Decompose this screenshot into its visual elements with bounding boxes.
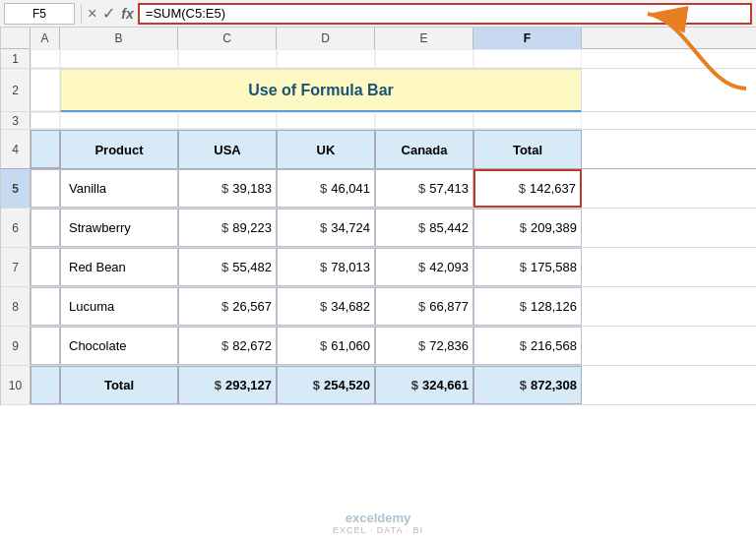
cell-a6[interactable] (31, 209, 60, 247)
cell-ref-label: F5 (32, 7, 46, 21)
cell-usa-8[interactable]: $26,567 (178, 287, 277, 326)
cell-a4[interactable] (31, 130, 60, 168)
col-header-b[interactable]: B (60, 28, 178, 49)
dollar-sign: $ (418, 181, 425, 196)
header-canada[interactable]: Canada (375, 130, 473, 169)
cell-e3[interactable] (375, 112, 473, 129)
cell-total-5[interactable]: $142,637 (473, 169, 582, 208)
cell-d1[interactable] (277, 49, 375, 68)
cell-total-usa[interactable]: $ 293,127 (178, 366, 277, 404)
cell-a9[interactable] (31, 327, 60, 365)
cell-canada-7[interactable]: $42,093 (375, 248, 473, 286)
cell-a7[interactable] (31, 248, 60, 286)
cell-usa-9[interactable]: $82,672 (178, 327, 277, 365)
col-header-d[interactable]: D (277, 28, 375, 49)
row-3: 3 (1, 112, 756, 130)
cell-product-7[interactable]: Red Bean (60, 248, 178, 286)
row-num-9: 9 (1, 327, 31, 365)
cell-total-7[interactable]: $175,588 (473, 248, 582, 286)
dollar-sign: $ (320, 220, 327, 235)
cell-uk-5[interactable]: $46,041 (277, 169, 375, 208)
cell-e1[interactable] (375, 49, 473, 68)
row-6: 6Strawberry$89,223$34,724$85,442$209,389 (1, 209, 756, 248)
col-header-a[interactable]: A (31, 28, 60, 49)
cell-total-9[interactable]: $216,568 (473, 327, 582, 365)
spreadsheet: A B C D E F 1 2 Use of Formula Bar (0, 28, 756, 405)
dollar-sign: $ (520, 220, 527, 235)
cell-a10[interactable] (31, 366, 60, 404)
cell-a3[interactable] (31, 112, 60, 129)
dollar-sign: $ (313, 378, 320, 392)
cell-total-6[interactable]: $209,389 (473, 209, 582, 247)
formula-input[interactable]: =SUM(C5:E5) (138, 3, 752, 25)
cell-canada-9[interactable]: $72,836 (375, 327, 473, 365)
header-usa[interactable]: USA (178, 130, 277, 169)
function-icon[interactable]: fx (121, 6, 133, 22)
cell-b3[interactable] (60, 112, 178, 129)
row-9: 9Chocolate$82,672$61,060$72,836$216,568 (1, 327, 756, 366)
cell-a5[interactable] (31, 169, 60, 208)
dollar-sign: $ (221, 299, 228, 314)
cell-a1[interactable] (31, 49, 60, 68)
cell-uk-9[interactable]: $61,060 (277, 327, 375, 365)
dollar-sign: $ (520, 299, 527, 314)
row-num-7: 7 (1, 248, 31, 286)
row-1: 1 (1, 49, 756, 69)
cell-a2[interactable] (31, 69, 60, 111)
cell-a8[interactable] (31, 287, 60, 326)
cell-f1[interactable] (473, 49, 582, 68)
row-num-3: 3 (1, 112, 31, 129)
row-num-2: 2 (1, 69, 31, 111)
cell-c3[interactable] (178, 112, 277, 129)
row-num-10: 10 (1, 366, 31, 404)
cell-total-uk[interactable]: $ 254,520 (277, 366, 375, 404)
cell-canada-6[interactable]: $85,442 (375, 209, 473, 247)
cell-usa-5[interactable]: $39,183 (178, 169, 277, 208)
dollar-sign: $ (418, 220, 425, 235)
cell-f3[interactable] (473, 112, 582, 129)
cell-total-8[interactable]: $128,126 (473, 287, 582, 326)
cell-product-5[interactable]: Vanilla (60, 169, 178, 208)
confirm-icon[interactable]: ✓ (102, 4, 115, 23)
cell-total-label[interactable]: Total (60, 366, 178, 404)
dollar-sign: $ (221, 260, 228, 274)
dollar-sign: $ (520, 378, 527, 392)
formula-text: =SUM(C5:E5) (146, 6, 225, 21)
dollar-sign: $ (320, 260, 327, 274)
header-product[interactable]: Product (60, 130, 178, 169)
cell-reference-box[interactable]: F5 (4, 3, 75, 25)
col-header-c[interactable]: C (178, 28, 277, 49)
cancel-icon[interactable]: × (88, 5, 96, 23)
cell-usa-6[interactable]: $89,223 (178, 209, 277, 247)
dollar-sign: $ (418, 299, 425, 314)
col-header-f[interactable]: F (473, 28, 582, 49)
col-header-e[interactable]: E (375, 28, 473, 49)
cell-canada-5[interactable]: $57,413 (375, 169, 473, 208)
formula-bar: F5 × ✓ fx =SUM(C5:E5) (0, 0, 756, 28)
cell-product-9[interactable]: Chocolate (60, 327, 178, 365)
cell-c1[interactable] (178, 49, 277, 68)
cell-product-6[interactable]: Strawberry (60, 209, 178, 247)
dollar-sign: $ (221, 338, 228, 353)
dollar-sign: $ (320, 181, 327, 196)
cell-uk-6[interactable]: $34,724 (277, 209, 375, 247)
header-total[interactable]: Total (473, 130, 582, 169)
corner-cell (1, 28, 31, 48)
column-headers: A B C D E F (1, 28, 756, 49)
cell-b1[interactable] (60, 49, 178, 68)
cell-product-8[interactable]: Lucuma (60, 287, 178, 326)
cell-total-canada[interactable]: $ 324,661 (375, 366, 473, 404)
cell-usa-7[interactable]: $55,482 (178, 248, 277, 286)
row-8: 8Lucuma$26,567$34,682$66,877$128,126 (1, 287, 756, 327)
header-uk[interactable]: UK (277, 130, 375, 169)
row-num-4: 4 (1, 130, 31, 168)
row-2: 2 Use of Formula Bar (1, 69, 756, 112)
cell-uk-8[interactable]: $34,682 (277, 287, 375, 326)
dollar-sign: $ (519, 181, 526, 196)
cell-canada-8[interactable]: $66,877 (375, 287, 473, 326)
data-rows: 5Vanilla$39,183$46,041$57,413$142,6376St… (1, 169, 756, 366)
cell-total-total[interactable]: $ 872,308 (473, 366, 582, 404)
cell-d3[interactable] (277, 112, 375, 129)
row-num-5: 5 (1, 169, 31, 208)
cell-uk-7[interactable]: $78,013 (277, 248, 375, 286)
